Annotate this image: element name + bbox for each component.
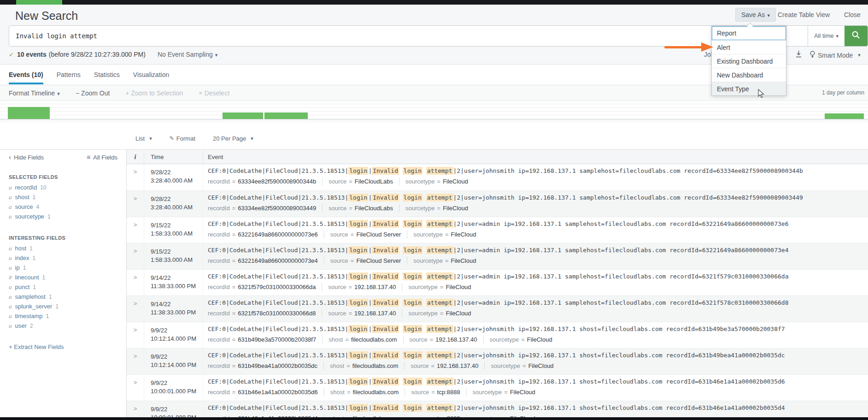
menu-item-alert[interactable]: Alert — [712, 40, 786, 54]
timeline-chart[interactable] — [0, 101, 868, 119]
field-value[interactable]: FileCloud — [451, 231, 476, 238]
field-item-samplehost[interactable]: asamplehost1 — [0, 292, 126, 302]
event-field-values: recordId=631b49bea41a00002b0035dcshost=f… — [208, 362, 868, 370]
expand-event-icon[interactable]: > — [127, 401, 144, 417]
zoom-out-button[interactable]: −Zoom Out — [76, 89, 110, 97]
expand-event-icon[interactable]: > — [127, 164, 144, 190]
field-item-ip[interactable]: aip1 — [0, 263, 126, 272]
field-name[interactable]: user — [15, 322, 27, 329]
timeline-bar-2[interactable] — [223, 112, 263, 119]
timeline-bar-1[interactable] — [8, 107, 50, 119]
field-item-timestamp[interactable]: atimestamp1 — [0, 311, 126, 321]
timeline-bar-3[interactable] — [264, 112, 308, 119]
field-value[interactable]: tcp:8888 — [437, 389, 460, 396]
field-value[interactable]: FileCloud — [443, 205, 468, 212]
field-value[interactable]: FileCloud Server — [356, 231, 401, 238]
search-mode-selector[interactable]: Smart Mode — [810, 51, 861, 59]
field-name[interactable]: punct — [15, 284, 30, 290]
extract-new-fields-link[interactable]: Extract New Fields — [9, 343, 126, 350]
expand-event-icon[interactable]: > — [127, 270, 144, 296]
menu-item-event-type[interactable]: Event Type — [712, 82, 786, 95]
field-name[interactable]: index — [15, 254, 29, 261]
tab-visualization[interactable]: Visualization — [133, 65, 169, 85]
field-value[interactable]: filecloudlabs.com — [353, 389, 399, 396]
field-value[interactable]: FileCloudLabs — [355, 205, 393, 212]
all-fields-button[interactable]: All Fields — [87, 154, 117, 161]
field-value[interactable]: 631b49be3a570000b20038f7 — [238, 336, 316, 343]
list-view-menu[interactable]: List — [135, 135, 152, 142]
field-value[interactable]: filecloudlabs.com — [351, 336, 397, 343]
per-page-menu[interactable]: 20 Per Page — [213, 135, 253, 142]
field-value[interactable]: FileCloud — [443, 178, 468, 185]
menu-item-existing-dashboard[interactable]: Existing Dashboard — [712, 54, 786, 68]
field-value[interactable]: 631b49bea41a00002b0035dc — [238, 362, 317, 369]
field-value[interactable]: FileCloud — [446, 284, 471, 290]
field-name[interactable]: timestamp — [15, 313, 43, 319]
expand-event-icon[interactable]: > — [127, 349, 144, 374]
field-value[interactable]: 192.168.137.40 — [437, 362, 478, 369]
field-item-recordid[interactable]: arecordId10 — [0, 183, 126, 192]
create-table-view-button[interactable]: Create Table View — [778, 11, 830, 18]
zoom-to-selection-button[interactable]: +Zoom to Selection — [125, 89, 183, 97]
expand-event-icon[interactable]: > — [127, 375, 144, 401]
field-item-punct[interactable]: apunct1 — [0, 282, 126, 292]
search-submit-button[interactable] — [845, 26, 868, 46]
field-value[interactable]: 6321f579c0310000330066da — [238, 284, 316, 290]
field-value[interactable]: 192.168.137.40 — [354, 284, 396, 290]
field-value[interactable]: 63221649a8660000000073e4 — [238, 257, 318, 264]
field-name[interactable]: splunk_server — [15, 303, 53, 310]
expand-event-icon[interactable]: > — [127, 322, 144, 348]
timeline-bar-4[interactable] — [825, 113, 864, 119]
field-value[interactable]: 6321f578c0310000330066d8 — [238, 310, 316, 317]
close-button[interactable]: Close — [844, 11, 861, 18]
export-icon[interactable] — [795, 50, 802, 59]
field-name[interactable]: host — [15, 245, 27, 252]
field-value[interactable]: 631b46e1a41a00002b0035d6 — [238, 389, 318, 396]
field-value[interactable]: FileCloud — [451, 257, 476, 264]
menu-item-new-dashboard[interactable]: New Dashboard — [712, 68, 786, 82]
field-value[interactable]: FileCloud — [528, 362, 554, 369]
field-value[interactable]: FileCloud Server — [356, 257, 401, 264]
format-menu[interactable]: ✎Format — [170, 135, 195, 142]
tab-statistics[interactable]: Statistics — [94, 65, 120, 85]
field-value[interactable]: filecloudlabs.com — [352, 362, 399, 369]
field-name[interactable]: samplehost — [15, 293, 46, 300]
expand-event-icon[interactable]: > — [127, 243, 144, 269]
field-name[interactable]: shost — [15, 194, 29, 201]
field-item-user[interactable]: auser2 — [0, 321, 126, 331]
equals-sign: = — [522, 362, 526, 369]
deselect-button[interactable]: ×Deselect — [199, 89, 229, 97]
save-as-button[interactable]: Save As — [735, 8, 776, 22]
field-name[interactable]: recordId — [15, 184, 37, 191]
field-value[interactable]: FileCloud — [446, 310, 471, 317]
field-item-host[interactable]: ahost1 — [0, 243, 126, 253]
expand-event-icon[interactable]: > — [127, 191, 144, 217]
tab-events-10-[interactable]: Events (10) — [9, 65, 43, 85]
format-timeline-menu[interactable]: Format Timeline — [9, 89, 60, 97]
field-value[interactable]: 192.168.137.40 — [435, 336, 477, 343]
field-item-source[interactable]: asource4 — [0, 202, 126, 212]
expand-event-icon[interactable]: > — [127, 296, 144, 322]
event-sampling-menu[interactable]: No Event Sampling — [158, 51, 217, 58]
field-value[interactable]: 63334ee82f59000089003449 — [238, 205, 316, 212]
field-item-sourcetype[interactable]: asourcetype1 — [0, 212, 126, 221]
field-value[interactable]: 192.168.137.40 — [354, 310, 396, 317]
field-name[interactable]: sourcetype — [15, 213, 45, 220]
field-name[interactable]: linecount — [15, 274, 39, 281]
expand-event-icon[interactable]: > — [127, 217, 144, 243]
hide-fields-button[interactable]: Hide Fields — [9, 153, 44, 161]
field-name[interactable]: ip — [15, 264, 20, 271]
tab-patterns[interactable]: Patterns — [57, 65, 81, 85]
field-item-index[interactable]: aindex1 — [0, 253, 126, 263]
field-value[interactable]: 63221649a8660000000073e6 — [238, 231, 318, 238]
field-value[interactable]: FileCloudLabs — [355, 178, 393, 185]
field-key: source — [330, 257, 348, 264]
time-range-picker[interactable]: All time — [808, 26, 845, 46]
field-item-splunk-server[interactable]: asplunk_server1 — [0, 302, 126, 311]
field-name[interactable]: source — [15, 203, 33, 210]
field-item-shost[interactable]: ashost1 — [0, 192, 126, 202]
field-value[interactable]: FileCloud — [527, 336, 552, 343]
field-value[interactable]: 63334ee82f5900008900344b — [238, 178, 316, 185]
field-value[interactable]: FileCloud — [510, 389, 535, 396]
field-item-linecount[interactable]: #linecount1 — [0, 272, 126, 282]
